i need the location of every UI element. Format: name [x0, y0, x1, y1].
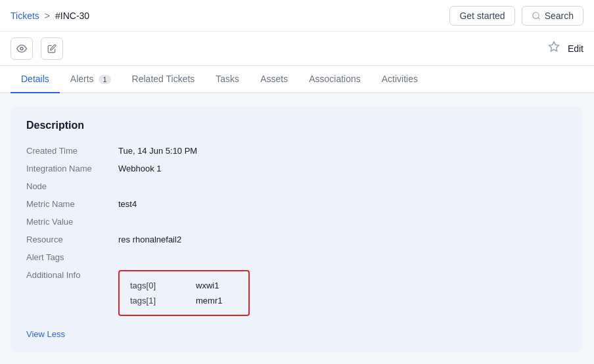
- tab-details-label: Details: [21, 74, 49, 84]
- view-toggle-button[interactable]: [11, 37, 33, 60]
- star-button[interactable]: [548, 41, 560, 56]
- label-metric-name: Metric Name: [26, 199, 118, 209]
- tab-related-tickets-label: Related Tickets: [132, 74, 195, 84]
- label-resource: Resource: [26, 235, 118, 244]
- action-bar-left: [11, 37, 63, 60]
- tag-row-1: tags[1] memr1: [130, 293, 238, 308]
- additional-info-container: Additional Info tags[0] wxwi1 tags[1] me…: [26, 266, 566, 320]
- info-row-alert-tags: Alert Tags: [26, 248, 566, 266]
- breadcrumb-separator: >: [45, 11, 50, 21]
- breadcrumb: Tickets > #INC-30: [11, 11, 89, 21]
- value-resource: res rhonalnefail2: [118, 235, 181, 244]
- get-started-button[interactable]: Get started: [449, 6, 514, 26]
- info-row-created-time: Created Time Tue, 14 Jun 5:10 PM: [26, 142, 566, 160]
- info-row-metric-name: Metric Name test4: [26, 195, 566, 213]
- tag-value-0: wxwi1: [196, 281, 219, 290]
- label-created-time: Created Time: [26, 146, 118, 156]
- main-content: Description Created Time Tue, 14 Jun 5:1…: [0, 93, 594, 364]
- tab-associations[interactable]: Associations: [298, 66, 371, 93]
- info-row-integration-name: Integration Name Webhook 1: [26, 160, 566, 177]
- value-created-time: Tue, 14 Jun 5:10 PM: [118, 146, 197, 156]
- tag-key-1: tags[1]: [130, 296, 170, 306]
- tab-details[interactable]: Details: [11, 66, 60, 93]
- action-bar: Edit: [0, 32, 594, 66]
- svg-point-1: [20, 47, 23, 50]
- info-row-node: Node: [26, 177, 566, 195]
- top-bar: Tickets > #INC-30 Get started Search: [0, 0, 594, 32]
- tab-associations-label: Associations: [309, 74, 361, 84]
- tab-alerts-label: Alerts: [70, 74, 94, 84]
- description-card: Description Created Time Tue, 14 Jun 5:1…: [11, 106, 582, 352]
- info-row-resource: Resource res rhonalnefail2: [26, 231, 566, 248]
- tab-tasks-label: Tasks: [216, 74, 239, 84]
- pencil-icon: [47, 44, 57, 53]
- tab-activities-label: Activities: [382, 74, 418, 84]
- tab-assets[interactable]: Assets: [250, 66, 298, 93]
- tag-key-0: tags[0]: [130, 281, 170, 290]
- tab-activities[interactable]: Activities: [371, 66, 428, 93]
- edit-pencil-button[interactable]: [41, 37, 63, 60]
- search-button[interactable]: Search: [522, 6, 583, 26]
- tab-assets-label: Assets: [260, 74, 288, 84]
- edit-button[interactable]: Edit: [568, 43, 583, 54]
- label-integration-name: Integration Name: [26, 164, 118, 173]
- tab-alerts[interactable]: Alerts 1: [60, 66, 122, 93]
- additional-info-box: tags[0] wxwi1 tags[1] memr1: [118, 270, 250, 316]
- search-label: Search: [545, 11, 574, 21]
- top-bar-actions: Get started Search: [449, 6, 583, 26]
- view-less-link[interactable]: View Less: [26, 329, 65, 339]
- tag-value-1: memr1: [196, 296, 222, 306]
- eye-icon: [16, 43, 27, 54]
- label-alert-tags: Alert Tags: [26, 252, 118, 262]
- breadcrumb-tickets-link[interactable]: Tickets: [11, 11, 39, 21]
- tab-tasks[interactable]: Tasks: [205, 66, 250, 93]
- card-title: Description: [26, 120, 566, 131]
- tab-related-tickets[interactable]: Related Tickets: [122, 66, 206, 93]
- label-metric-value: Metric Value: [26, 217, 118, 227]
- svg-point-0: [532, 12, 538, 18]
- info-row-metric-value: Metric Value: [26, 213, 566, 231]
- value-metric-name: test4: [118, 199, 137, 209]
- breadcrumb-current: #INC-30: [55, 11, 89, 21]
- search-icon: [532, 11, 541, 20]
- label-additional-info: Additional Info: [26, 270, 118, 280]
- action-bar-right: Edit: [548, 41, 583, 56]
- alerts-badge: 1: [99, 75, 110, 84]
- tag-row-0: tags[0] wxwi1: [130, 278, 238, 293]
- label-node: Node: [26, 181, 118, 191]
- svg-marker-2: [549, 42, 559, 51]
- tabs-bar: Details Alerts 1 Related Tickets Tasks A…: [0, 66, 594, 93]
- star-icon: [548, 41, 560, 53]
- value-integration-name: Webhook 1: [118, 164, 162, 173]
